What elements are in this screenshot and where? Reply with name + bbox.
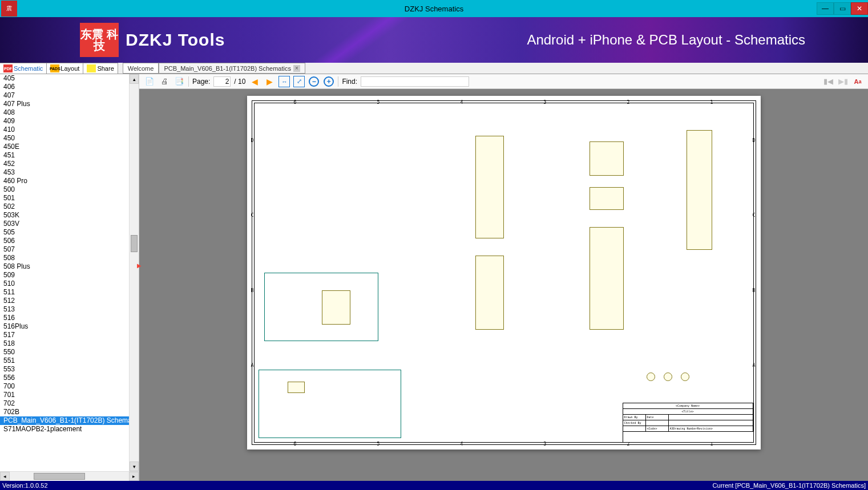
tab-layout[interactable]: PADS Layout xyxy=(47,63,83,74)
tb-code: <Code> xyxy=(646,426,669,431)
sidebar-item[interactable]: 510 xyxy=(0,280,129,288)
grid-row-label: B xyxy=(251,288,254,293)
sidebar-item[interactable]: 409 xyxy=(0,117,129,125)
tab-share[interactable]: Share xyxy=(83,63,118,74)
find-label: Find: xyxy=(342,78,357,86)
find-next-button[interactable]: ▶▮ xyxy=(837,76,849,87)
vscrollbar[interactable]: ▴ ▾ xyxy=(129,74,139,471)
sidebar-item[interactable]: 408 xyxy=(0,108,129,117)
sidebar-item[interactable]: 460 Pro xyxy=(0,177,129,185)
scroll-right-icon[interactable]: ▸ xyxy=(129,472,139,481)
sidebar-item[interactable]: 450 xyxy=(0,134,129,143)
hscroll-thumb[interactable] xyxy=(34,473,85,480)
sidebar-item[interactable]: 501 xyxy=(0,194,129,203)
doc-tab-welcome[interactable]: Welcome xyxy=(123,63,159,74)
sidebar-item[interactable]: 550 xyxy=(0,348,129,357)
sidebar-item[interactable]: 500 xyxy=(0,185,129,194)
maximize-button[interactable]: ▭ xyxy=(834,2,851,15)
print-button[interactable]: 🖨 xyxy=(159,76,170,87)
splitter-handle[interactable]: ▶ xyxy=(137,262,142,269)
sidebar-item[interactable]: 502 xyxy=(0,203,129,211)
sidebar-item[interactable]: 513 xyxy=(0,305,129,314)
sidebar-item[interactable]: 516 xyxy=(0,314,129,322)
titlebar: 震 DZKJ Schematics — ▭ ✕ xyxy=(0,0,868,17)
sidebar-item[interactable]: 517 xyxy=(0,331,129,339)
sidebar-item[interactable]: 453 xyxy=(0,168,129,177)
current-doc-label: Current [PCB_Main_V606_B1-1(IT1702B) Sch… xyxy=(713,482,866,489)
sidebar-item[interactable]: 700 xyxy=(0,382,129,391)
sidebar-item[interactable]: 512 xyxy=(0,297,129,305)
grid-col-label: 4 xyxy=(461,442,463,447)
grid-row-label: D xyxy=(753,138,756,143)
sidebar-item[interactable]: 450E xyxy=(0,143,129,151)
close-tab-icon[interactable]: × xyxy=(293,65,300,72)
sidebar: 405406407407 Plus408409410450450E4514524… xyxy=(0,74,139,481)
zoom-in-button[interactable]: + xyxy=(323,76,334,87)
sidebar-item[interactable]: S71MAOPB2-1placement xyxy=(0,425,129,434)
page-input[interactable] xyxy=(213,76,231,87)
sidebar-item[interactable]: 503K xyxy=(0,211,129,220)
sidebar-item[interactable]: 407 Plus xyxy=(0,100,129,108)
sidebar-item[interactable]: 508 xyxy=(0,254,129,262)
tab-schematic[interactable]: PDF Schematic xyxy=(0,63,47,74)
page-total: / 10 xyxy=(234,78,245,86)
sidebar-item[interactable]: 516Plus xyxy=(0,322,129,331)
text-tool-button[interactable]: Aa xyxy=(852,76,863,87)
scroll-left-icon[interactable]: ◂ xyxy=(0,472,10,481)
grid-row-label: B xyxy=(753,288,756,293)
sidebar-item[interactable]: PCB_Main_V606_B1-1(IT1702B) Schematics xyxy=(0,416,129,425)
sidebar-item[interactable]: 410 xyxy=(0,125,129,134)
sidebar-item[interactable]: 509 xyxy=(0,271,129,280)
tool-tabs: PDF Schematic PADS Layout Share Welcome … xyxy=(0,63,868,74)
sidebar-item[interactable]: 451 xyxy=(0,151,129,160)
find-input[interactable] xyxy=(361,76,469,87)
sidebar-item[interactable]: 506 xyxy=(0,237,129,245)
tb-checked-by: Checked By xyxy=(623,420,646,426)
sidebar-item[interactable]: 553 xyxy=(0,365,129,374)
hscroll-track[interactable] xyxy=(10,472,129,481)
sidebar-item[interactable]: 452 xyxy=(0,160,129,168)
sidebar-item[interactable]: 507 xyxy=(0,245,129,254)
tab-schematic-label: Schematic xyxy=(14,65,43,72)
doc-tab-active[interactable]: PCB_Main_V606_B1-1(IT1702B) Schematics × xyxy=(159,63,305,74)
grid-row-label: D xyxy=(251,138,254,143)
vscroll-track[interactable] xyxy=(130,84,139,461)
zoom-out-button[interactable]: − xyxy=(308,76,320,87)
sidebar-item[interactable]: 556 xyxy=(0,374,129,382)
scroll-down-icon[interactable]: ▾ xyxy=(130,461,139,471)
sidebar-item[interactable]: 406 xyxy=(0,83,129,91)
tab-share-label: Share xyxy=(97,65,114,72)
prev-page-button[interactable]: ◀ xyxy=(249,76,260,87)
hscrollbar[interactable]: ◂ ▸ xyxy=(0,471,139,481)
sidebar-item[interactable]: 701 xyxy=(0,391,129,399)
close-button[interactable]: ✕ xyxy=(851,2,868,15)
sidebar-item[interactable]: 407 xyxy=(0,91,129,100)
sidebar-item[interactable]: 518 xyxy=(0,339,129,348)
tb-date: Date xyxy=(646,415,669,420)
copy-button[interactable]: 📄 xyxy=(144,76,155,87)
sidebar-item[interactable]: 405 xyxy=(0,74,129,83)
next-page-button[interactable]: ▶ xyxy=(264,76,275,87)
sidebar-item[interactable]: 503V xyxy=(0,220,129,228)
fit-width-button[interactable]: ↔ xyxy=(278,76,290,87)
sidebar-item[interactable]: 505 xyxy=(0,228,129,237)
sidebar-item[interactable]: 508 Plus xyxy=(0,262,129,271)
find-prev-button[interactable]: ▮◀ xyxy=(822,76,834,87)
sidebar-item[interactable]: 702B xyxy=(0,408,129,416)
tb-drawn-by: Drawn By xyxy=(623,415,646,420)
sidebar-item[interactable]: 702 xyxy=(0,399,129,408)
grid-col-label: 2 xyxy=(627,100,630,105)
canvas[interactable]: 665544332211 DDCCBBAA xyxy=(139,89,868,481)
grid-row-label: C xyxy=(753,213,756,218)
minimize-button[interactable]: — xyxy=(817,2,834,15)
sidebar-item[interactable]: 551 xyxy=(0,357,129,365)
fit-page-button[interactable]: ⤢ xyxy=(293,76,305,87)
scroll-up-icon[interactable]: ▴ xyxy=(130,74,139,84)
app-icon: 震 xyxy=(1,1,17,17)
grid-col-label: 5 xyxy=(377,442,380,447)
grid-col-label: 6 xyxy=(294,442,297,447)
vscroll-thumb[interactable] xyxy=(131,235,138,252)
sidebar-list[interactable]: 405406407407 Plus408409410450450E4514524… xyxy=(0,74,129,471)
export-button[interactable]: 📑 xyxy=(173,76,185,87)
sidebar-item[interactable]: 511 xyxy=(0,288,129,297)
